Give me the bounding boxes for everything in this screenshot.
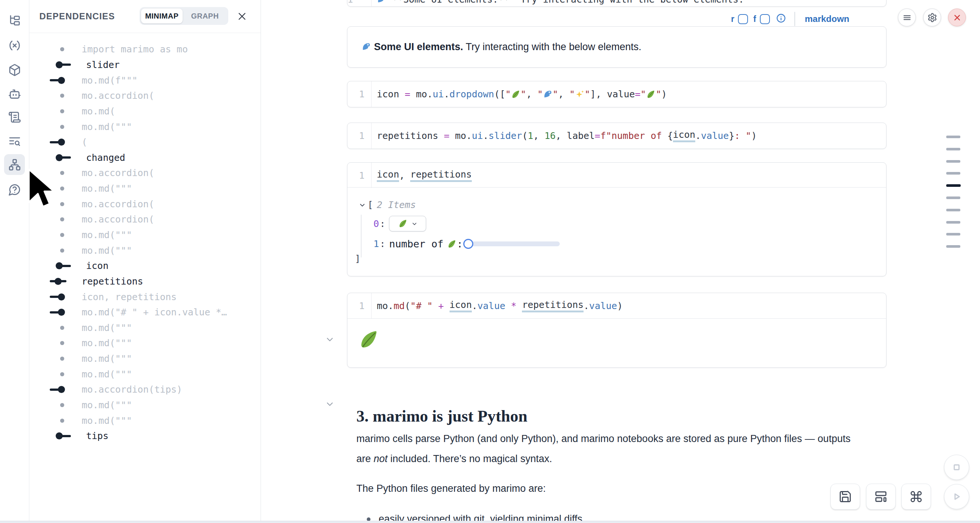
minimap-row[interactable]: import marimo as mo bbox=[29, 41, 261, 57]
cell-node-use-icon bbox=[51, 386, 73, 393]
fstring-checkbox[interactable] bbox=[760, 14, 770, 24]
slider-handle[interactable] bbox=[463, 239, 473, 249]
run-button[interactable] bbox=[944, 484, 969, 509]
help-icon[interactable] bbox=[6, 180, 23, 198]
minimap-row-label: mo.md(""" bbox=[82, 183, 132, 194]
cell-node-def-icon bbox=[51, 262, 77, 269]
minimap-row[interactable]: mo.md(""" bbox=[29, 119, 261, 134]
file-explorer-icon[interactable] bbox=[6, 11, 23, 29]
logs-search-icon[interactable] bbox=[6, 132, 23, 150]
minimap-row[interactable]: mo.accordion( bbox=[29, 196, 261, 212]
code-line[interactable]: repetitions = mo.ui.slider(1, 16, label=… bbox=[371, 123, 757, 148]
minimap-row[interactable]: icon, repetitions bbox=[29, 289, 261, 305]
notebook-menu-button[interactable] bbox=[898, 8, 916, 26]
array-viewer-header: [ 2 Items bbox=[359, 199, 416, 210]
tab-minimap[interactable]: MINIMAP bbox=[141, 8, 183, 23]
cell-node-use-icon bbox=[51, 293, 73, 300]
minimap-row[interactable]: mo.md(""" bbox=[29, 242, 261, 258]
minimap-row[interactable]: mo.accordion( bbox=[29, 88, 261, 104]
minimap-row-label: mo.accordion( bbox=[82, 214, 154, 225]
minimap-row[interactable]: mo.md(f""" bbox=[29, 72, 261, 88]
cell-node-both-icon bbox=[51, 278, 73, 285]
code-cell-tuple[interactable]: 1 icon, repetitions [ 2 Items 0 : 1 : nu… bbox=[347, 162, 886, 276]
cell-node-dot-icon bbox=[51, 419, 73, 423]
language-indicator[interactable]: markdown bbox=[805, 14, 850, 24]
cell-marker-dash[interactable] bbox=[946, 136, 960, 138]
minimap-row[interactable]: tips bbox=[29, 428, 261, 444]
shutdown-button[interactable] bbox=[948, 8, 966, 26]
minimap-row[interactable]: mo.md(""" bbox=[29, 397, 261, 413]
layout-button[interactable] bbox=[866, 484, 896, 510]
collapse-section-icon[interactable] bbox=[325, 399, 335, 410]
cell-node-dot-icon bbox=[51, 403, 73, 407]
minimap-row-label: mo.md("# " + icon.value *… bbox=[82, 307, 227, 317]
cell-node-use-icon bbox=[51, 77, 73, 84]
minimap-row[interactable]: changed bbox=[29, 150, 261, 165]
minimap-row-label: mo.md(""" bbox=[82, 230, 132, 240]
markdown-output: Some UI elements. Try interacting with t… bbox=[347, 26, 886, 68]
minimap-row[interactable]: mo.md(""" bbox=[29, 320, 261, 336]
save-button[interactable] bbox=[830, 484, 860, 510]
dependencies-icon[interactable] bbox=[6, 156, 23, 174]
minimap-row[interactable]: ( bbox=[29, 134, 261, 150]
cell-marker-dash[interactable] bbox=[946, 245, 960, 248]
slider-track[interactable] bbox=[468, 241, 560, 246]
minimap-row[interactable]: mo.accordion(tips) bbox=[29, 382, 261, 397]
dropdown-widget[interactable] bbox=[389, 216, 426, 231]
ai-assistant-icon[interactable] bbox=[6, 86, 23, 104]
cell-marker-dash[interactable] bbox=[946, 221, 960, 223]
tab-graph[interactable]: GRAPH bbox=[184, 8, 226, 23]
collapse-cell-icon[interactable] bbox=[325, 334, 335, 346]
command-palette-button[interactable] bbox=[901, 484, 931, 510]
minimap-row[interactable]: mo.md(""" bbox=[29, 335, 261, 351]
settings-button[interactable] bbox=[923, 8, 941, 26]
minimap-row[interactable]: icon bbox=[29, 258, 261, 274]
cell-node-use-icon bbox=[51, 309, 73, 316]
toolbar-divider bbox=[794, 12, 795, 26]
code-line[interactable]: icon, repetitions bbox=[371, 163, 472, 188]
minimap-row[interactable]: mo.md( bbox=[29, 104, 261, 119]
minimap-row[interactable]: mo.md(""" bbox=[29, 351, 261, 367]
minimap-row[interactable]: mo.md(""" bbox=[29, 366, 261, 382]
minimap-row[interactable]: slider bbox=[29, 57, 261, 73]
code-cell-dropdown[interactable]: 1 icon = mo.ui.dropdown(["", "", ""], va… bbox=[347, 81, 886, 107]
minimap-row[interactable]: mo.md("# " + icon.value *… bbox=[29, 305, 261, 320]
info-icon[interactable] bbox=[776, 13, 786, 25]
minimap-row-label: mo.md(""" bbox=[82, 338, 132, 348]
cell-marker-dash[interactable] bbox=[946, 184, 961, 187]
code-line[interactable]: icon = mo.ui.dropdown(["", "", ""], valu… bbox=[371, 81, 667, 107]
minimap-row[interactable]: mo.md(""" bbox=[29, 227, 261, 243]
cell-marker-dash[interactable] bbox=[946, 196, 960, 199]
minimap-row-label: mo.md(""" bbox=[82, 353, 132, 364]
cell-marker-dash[interactable] bbox=[946, 233, 960, 236]
code-cell-md-expression[interactable]: 1 mo.md("# " + icon.value * repetitions.… bbox=[347, 293, 886, 368]
minimap-row[interactable]: mo.md(""" bbox=[29, 413, 261, 428]
stop-button[interactable] bbox=[944, 454, 969, 480]
cell-output-divider bbox=[347, 318, 886, 319]
cell-marker-dash[interactable] bbox=[946, 172, 960, 175]
minimap-row-label: changed bbox=[86, 152, 125, 163]
packages-icon[interactable] bbox=[6, 61, 23, 79]
collapse-array-icon[interactable] bbox=[359, 201, 366, 209]
snippets-icon[interactable] bbox=[6, 108, 23, 126]
cell-marker-dash[interactable] bbox=[946, 148, 960, 150]
array-index: 1 bbox=[374, 238, 379, 249]
code-cell-slider[interactable]: 1 repetitions = mo.ui.slider(1, 16, labe… bbox=[347, 123, 886, 149]
cell-node-dot-icon bbox=[51, 47, 73, 51]
code-line[interactable]: **Some UI elements.** Try interacting wi… bbox=[371, 0, 744, 6]
variables-icon[interactable] bbox=[6, 37, 23, 54]
markdown-cell-editor[interactable]: 1 **Some UI elements.** Try interacting … bbox=[347, 0, 886, 7]
cell-node-dot-icon bbox=[51, 357, 73, 361]
minimap-row-label: mo.md(""" bbox=[82, 415, 132, 426]
minimap-row[interactable]: repetitions bbox=[29, 274, 261, 289]
minimap-row[interactable]: mo.md(""" bbox=[29, 181, 261, 196]
cell-marker-dash[interactable] bbox=[946, 160, 960, 163]
minimap-row[interactable]: mo.accordion( bbox=[29, 165, 261, 181]
minimap-row[interactable]: mo.accordion( bbox=[29, 212, 261, 227]
cell-marker-dash[interactable] bbox=[946, 209, 960, 211]
raw-checkbox[interactable] bbox=[738, 14, 748, 24]
code-line[interactable]: mo.md("# " + icon.value * repetitions.va… bbox=[371, 293, 622, 318]
paragraph-line: are not included. There’s no magical syn… bbox=[356, 453, 552, 465]
cell-node-dot-icon bbox=[51, 125, 73, 129]
close-panel-icon[interactable] bbox=[237, 11, 248, 22]
